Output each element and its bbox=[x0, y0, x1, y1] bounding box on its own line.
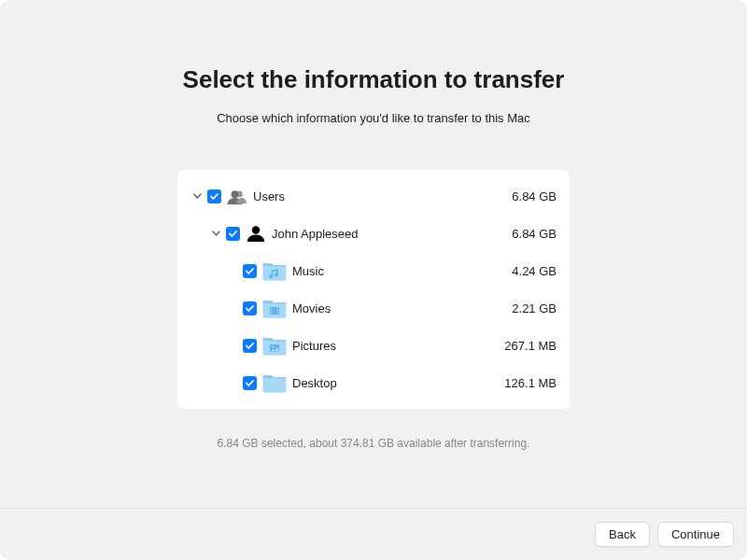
checkbox-folder[interactable] bbox=[243, 301, 257, 315]
tree-label: Users bbox=[253, 189, 285, 203]
users-group-icon bbox=[227, 186, 247, 206]
tree-label: Music bbox=[292, 264, 324, 278]
tree-size: 2.21 GB bbox=[482, 301, 557, 315]
user-icon bbox=[246, 223, 266, 244]
page-title: Select the information to transfer bbox=[183, 65, 565, 94]
checkbox-users[interactable] bbox=[207, 189, 221, 203]
checkbox-folder[interactable] bbox=[243, 264, 257, 278]
tree-label: Desktop bbox=[292, 376, 337, 390]
page-subtitle: Choose which information you'd like to t… bbox=[217, 111, 530, 125]
tree-size: 6.84 GB bbox=[482, 189, 557, 203]
tree-size: 267.1 MB bbox=[482, 339, 557, 353]
checkbox-account[interactable] bbox=[226, 227, 240, 241]
migration-assistant-window: Select the information to transfer Choos… bbox=[0, 0, 747, 560]
tree-row-users[interactable]: Users 6.84 GB bbox=[185, 177, 557, 215]
tree-size: 4.24 GB bbox=[482, 264, 557, 278]
tree-label: Pictures bbox=[292, 339, 336, 353]
tree-row-account[interactable]: John Appleseed 6.84 GB bbox=[185, 215, 557, 252]
folder-music-icon bbox=[262, 259, 287, 283]
continue-button[interactable]: Continue bbox=[657, 522, 734, 547]
selection-status: 6.84 GB selected, about 374.81 GB availa… bbox=[218, 437, 530, 450]
tree-row-folder[interactable]: Pictures267.1 MB bbox=[185, 327, 557, 364]
chevron-down-icon[interactable] bbox=[211, 229, 220, 238]
footer-bar: Back Continue bbox=[0, 508, 747, 560]
tree-label: John Appleseed bbox=[272, 227, 359, 241]
transfer-tree-panel: Users 6.84 GB John Appleseed 6.84 GB Mus… bbox=[177, 170, 570, 409]
tree-row-folder[interactable]: Desktop126.1 MB bbox=[185, 364, 557, 401]
tree-size: 126.1 MB bbox=[482, 376, 557, 390]
back-button[interactable]: Back bbox=[595, 522, 650, 547]
tree-row-folder[interactable]: Movies2.21 GB bbox=[185, 289, 557, 327]
checkbox-folder[interactable] bbox=[243, 376, 257, 390]
chevron-down-icon[interactable] bbox=[192, 191, 202, 201]
folder-movies-icon bbox=[262, 296, 287, 320]
tree-row-folder[interactable]: Music4.24 GB bbox=[185, 252, 557, 289]
tree-label: Movies bbox=[292, 301, 331, 315]
checkbox-folder[interactable] bbox=[243, 339, 257, 353]
folder-desktop-icon bbox=[262, 371, 287, 395]
folder-pictures-icon bbox=[262, 333, 287, 357]
tree-size: 6.84 GB bbox=[482, 227, 557, 241]
